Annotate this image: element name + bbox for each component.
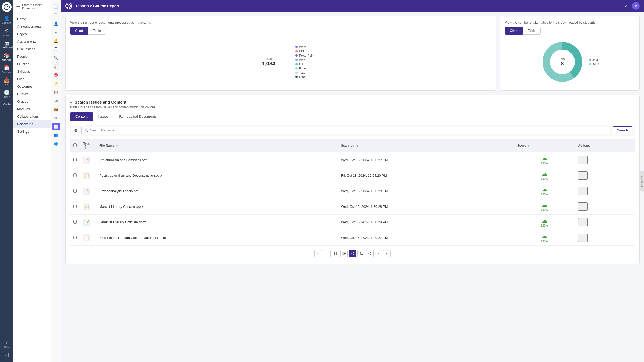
row-actions-button[interactable]: ⋮ <box>578 234 588 242</box>
mid-icon-clipboard[interactable]: 📋 <box>52 88 60 96</box>
rail-item-account[interactable]: 👤 Account <box>0 14 13 26</box>
sidebar-item-settings[interactable]: Settings <box>13 128 51 135</box>
chart-right-total-value: 8 <box>559 61 565 67</box>
row-actions-button[interactable]: ⋮ <box>578 202 588 211</box>
sidebar-item-quizzes[interactable]: Quizzes <box>13 60 51 68</box>
row-actions-button[interactable]: ⋮ <box>578 218 588 226</box>
row-checkbox[interactable] <box>73 236 77 239</box>
col-actions: Actions <box>575 139 635 152</box>
sidebar-item-syllabus[interactable]: Syllabus <box>13 68 51 75</box>
section-icon: ≡ <box>70 99 72 104</box>
sidebar-item-rubrics[interactable]: Rubrics <box>13 90 51 98</box>
sort-score-icon: ↑ <box>528 144 529 147</box>
pagination-first[interactable]: « <box>314 250 322 257</box>
row-checkbox[interactable] <box>73 158 77 161</box>
mid-icon-list[interactable]: ☰ <box>52 11 60 19</box>
top-bar-actions: ↗ P <box>622 2 640 10</box>
chart-right-tab-table[interactable]: Table <box>523 27 541 35</box>
mid-icon-chat[interactable]: 💬 <box>52 46 60 53</box>
courses-icon: 📚 <box>4 53 10 58</box>
rail-item-calendar[interactable]: 📅 Calendar <box>0 63 13 76</box>
mid-icon-box[interactable]: 📦 <box>52 106 60 113</box>
search-button[interactable]: Search <box>613 126 632 134</box>
mid-icon-person[interactable]: 👤 <box>52 20 60 27</box>
sidebar-item-panorama[interactable]: Panorama <box>13 120 51 128</box>
rail-item-help[interactable]: ? Help <box>3 338 10 350</box>
chart-right-tab-chart[interactable]: Chart <box>505 27 523 35</box>
chart-left-tab-table[interactable]: Table <box>88 27 106 35</box>
mid-icon-folder[interactable]: 🗂 <box>52 97 60 105</box>
row-checkbox[interactable] <box>73 220 77 224</box>
row-actions-button[interactable]: ⋮ <box>578 156 588 164</box>
sidebar-item-outcomes[interactable]: Outcomes <box>13 83 51 90</box>
icon-rail: 👤 Account ⚙ Admin ▦ Dashboard 📚 Courses … <box>0 0 13 362</box>
external-link-button[interactable]: ↗ <box>622 2 630 10</box>
mid-icon-target[interactable]: 🎯 <box>52 71 60 79</box>
mid-icon-document[interactable]: 📄 <box>52 3 60 10</box>
pagination-prev[interactable]: ‹ <box>323 250 331 257</box>
pagination-page-41[interactable]: 41 <box>357 250 365 257</box>
sidebar-item-grades[interactable]: Grades <box>13 98 51 105</box>
pagination-page-42[interactable]: 42 <box>366 250 374 257</box>
mid-icon-page-active[interactable]: 📄 <box>52 123 60 130</box>
col-checkbox <box>70 139 80 152</box>
mid-icon-search[interactable]: 🔍 <box>52 54 60 62</box>
mid-icon-bell[interactable]: 🔔 <box>52 37 60 45</box>
sidebar-item-files[interactable]: Files <box>13 75 51 83</box>
mid-icon-diamond[interactable]: 🔷 <box>52 140 60 147</box>
mid-icon-edit[interactable]: ✏ <box>52 114 60 122</box>
sidebar-item-home[interactable]: Home <box>13 15 51 23</box>
rail-item-courses[interactable]: 📚 Courses <box>0 51 13 63</box>
rail-item-history[interactable]: 🕐 History <box>0 88 13 100</box>
rail-collapse-btn[interactable]: ◁ <box>3 350 10 359</box>
rail-item-dashboard[interactable]: ▦ Dashboard <box>0 39 13 51</box>
sidebar-item-collaborations[interactable]: Collaborations <box>13 113 51 120</box>
legend-dot-pdf <box>295 50 298 52</box>
select-all-checkbox[interactable] <box>73 143 77 147</box>
sidebar-item-announcements[interactable]: Announcements <box>13 23 51 30</box>
mid-icon-chart[interactable]: 📈 <box>52 63 60 70</box>
score-cell: ☁ 100% <box>514 230 575 246</box>
search-input[interactable] <box>90 128 607 132</box>
legend-dot-text <box>295 72 298 74</box>
user-avatar[interactable]: P <box>632 2 640 10</box>
sidebar-item-assignments[interactable]: Assignments <box>13 38 51 45</box>
col-scanned[interactable]: Scanned ⇅ <box>338 139 514 152</box>
hamburger-icon[interactable]: ☰ <box>16 4 20 9</box>
sidebar-item-people[interactable]: People <box>13 53 51 60</box>
col-filename[interactable]: File Name ⇅ <box>96 139 338 152</box>
col-type[interactable]: Type ⇅ <box>80 139 96 152</box>
sort-scanned-icon: ⇅ <box>356 144 358 147</box>
row-actions-button[interactable]: ⋮ <box>578 171 588 180</box>
tab-remediated[interactable]: Remediated Documents <box>114 112 162 121</box>
pagination-page-40[interactable]: 40 <box>349 250 356 257</box>
filter-icon[interactable]: ⚙ <box>73 127 79 134</box>
row-checkbox[interactable] <box>73 173 77 177</box>
rail-item-admin[interactable]: ⚙ Admin <box>0 26 13 39</box>
chart-right-legend: PDF MP3 <box>589 58 599 66</box>
tab-content[interactable]: Content <box>70 112 93 121</box>
feedback-tab[interactable]: Feedback <box>639 171 644 191</box>
section-header: ≡ Search Issues and Content <box>70 99 635 104</box>
sidebar-item-discussions[interactable]: Discussions <box>13 45 51 53</box>
tab-issues[interactable]: Issues <box>93 112 114 121</box>
admin-icon: ⚙ <box>5 28 9 33</box>
mid-icon-people[interactable]: 👥 <box>52 131 60 139</box>
pagination-next[interactable]: › <box>375 250 382 257</box>
pagination-page-39[interactable]: 39 <box>340 250 348 257</box>
rail-item-inbox[interactable]: 📥 Inbox <box>0 76 13 88</box>
mid-icon-star[interactable]: ★ <box>52 28 60 36</box>
pagination-last[interactable]: » <box>383 250 391 257</box>
sidebar-item-pages[interactable]: Pages <box>13 30 51 38</box>
file-name-cell: Marxist Literary Criticism.pptx <box>96 199 338 215</box>
score-badge: ☁ 100% <box>517 233 572 243</box>
row-actions-button[interactable]: ⋮ <box>578 187 588 195</box>
col-score[interactable]: Score ↑ <box>514 139 575 152</box>
row-checkbox[interactable] <box>73 205 77 208</box>
row-checkbox[interactable] <box>73 189 77 193</box>
chart-left-tab-chart[interactable]: Chart <box>70 27 88 35</box>
rail-item-yuja[interactable]: YuJa <box>0 100 13 108</box>
sidebar-item-modules[interactable]: Modules <box>13 105 51 113</box>
pagination-page-38[interactable]: 38 <box>332 250 339 257</box>
mid-icon-flash[interactable]: ⚡ <box>52 80 60 87</box>
